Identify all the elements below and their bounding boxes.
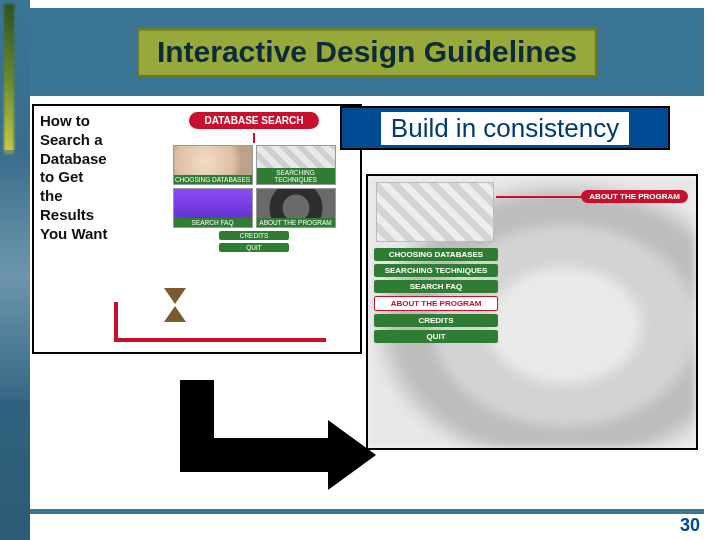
subtitle-text: Build in consistency — [381, 112, 629, 145]
about-program-pill: ABOUT THE PROGRAM — [581, 190, 688, 203]
nav-pill-active: ABOUT THE PROGRAM — [374, 296, 498, 311]
arrow-head — [328, 420, 376, 490]
credits-pill: CREDITS — [219, 231, 289, 240]
keyboard-thumbnail — [376, 182, 494, 242]
database-search-pill: DATABASE SEARCH — [189, 112, 319, 129]
nav-pill: CREDITS — [374, 314, 498, 327]
flow-arrow-icon — [180, 380, 380, 480]
thumbnail-row — [166, 145, 342, 228]
howto-line: to Get — [40, 168, 118, 187]
content-area: How to Search a Database to Get the Resu… — [32, 104, 702, 510]
title-band: Interactive Design Guidelines — [30, 8, 704, 96]
howto-line: How to — [40, 112, 118, 131]
example-screenshot-2: ABOUT THE PROGRAM CHOOSING DATABASES SEA… — [366, 174, 698, 450]
subtitle-bar: Build in consistency — [340, 106, 670, 150]
arrow-horizontal — [180, 438, 330, 472]
nav-pill: QUIT — [374, 330, 498, 343]
example-screenshot-1: How to Search a Database to Get the Resu… — [32, 104, 362, 354]
howto-line: Search a — [40, 131, 118, 150]
thumbnail-item — [256, 145, 336, 185]
slide: Interactive Design Guidelines How to Sea… — [0, 0, 720, 540]
howto-text-block: How to Search a Database to Get the Resu… — [40, 112, 118, 243]
nav-pill: CHOOSING DATABASES — [374, 248, 498, 261]
howto-line: You Want — [40, 225, 118, 244]
nav-pill: SEARCH FAQ — [374, 280, 498, 293]
decorative-left-strip — [0, 0, 30, 540]
thumbnail-item — [173, 145, 253, 185]
connector-line — [253, 133, 255, 143]
slide-title: Interactive Design Guidelines — [157, 35, 577, 69]
howto-line: the — [40, 187, 118, 206]
thumbnail-item — [173, 188, 253, 228]
thumbnail-item — [256, 188, 336, 228]
howto-line: Results — [40, 206, 118, 225]
quit-pill: QUIT — [219, 243, 289, 252]
footer-divider — [30, 509, 704, 514]
nav-column: CHOOSING DATABASES SEARCHING TECHNIQUES … — [374, 248, 498, 343]
title-box: Interactive Design Guidelines — [137, 27, 597, 77]
red-l-line — [114, 302, 326, 342]
page-number: 30 — [680, 515, 700, 536]
nav-pill: SEARCHING TECHNIQUES — [374, 264, 498, 277]
howto-line: Database — [40, 150, 118, 169]
menu-column: DATABASE SEARCH CREDITS QUIT — [166, 112, 342, 252]
